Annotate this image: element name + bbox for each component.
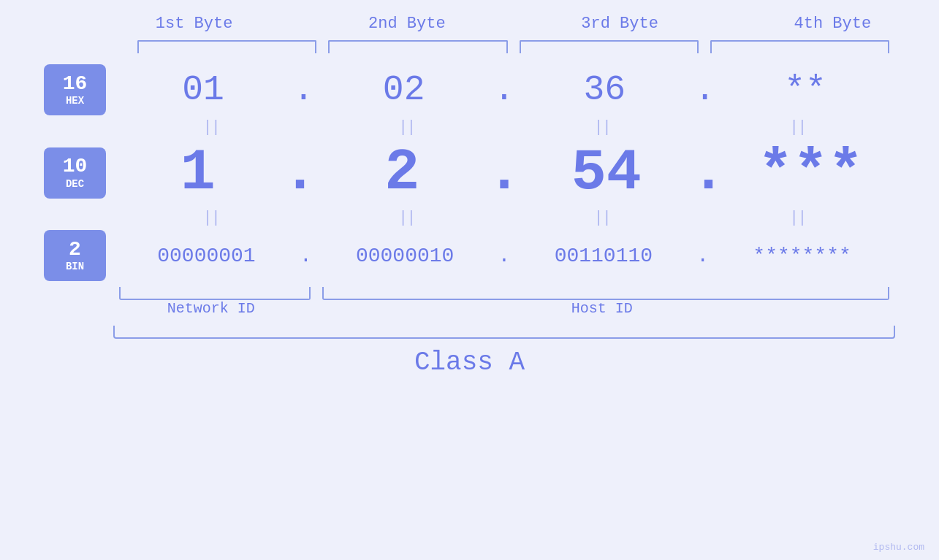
bin-base-label: BIN (66, 261, 84, 272)
class-bracket (113, 326, 895, 339)
hex-badge: 16 HEX (44, 64, 106, 115)
dec-byte2: 2 (318, 139, 487, 206)
bin-byte4: ******** (709, 245, 895, 267)
hex-byte2: 02 (314, 70, 494, 110)
byte1-header: 1st Byte (88, 15, 300, 33)
bin-values: 00000001 . 00000010 . 00110110 . *******… (113, 245, 895, 267)
byte3-header: 3rd Byte (514, 15, 726, 33)
bin-dot1: . (300, 245, 312, 267)
bracket-byte1 (137, 40, 316, 53)
equals-row-2: || || || || (113, 206, 895, 230)
eq-sign-2: || (398, 118, 414, 137)
bracket-byte4 (710, 40, 889, 53)
eq8: || (700, 209, 896, 227)
dec-base-label: DEC (66, 178, 84, 190)
hex-base-num: 16 (63, 73, 88, 96)
bin-dot3: . (696, 245, 709, 267)
dec-dot3: . (691, 139, 726, 206)
eq-sign-4: || (789, 118, 805, 137)
eq2: || (309, 118, 505, 137)
hex-dot1: . (293, 70, 314, 110)
hex-row: 16 HEX 01 . 02 . 36 . ** (44, 64, 895, 115)
dec-row: 10 DEC 1 . 2 . 54 . *** (44, 139, 895, 206)
dec-dot1: . (282, 139, 317, 206)
eq3: || (504, 118, 700, 137)
dec-values: 1 . 2 . 54 . *** (113, 139, 895, 206)
bin-dot2: . (498, 245, 511, 267)
dec-byte1: 1 (113, 139, 282, 206)
bin-byte1: 00000001 (113, 245, 300, 267)
class-label: Class A (44, 348, 895, 377)
hex-dot2: . (494, 70, 515, 110)
eq-sign-8: || (789, 209, 805, 227)
bottom-brackets (113, 287, 895, 300)
byte2-header: 2nd Byte (300, 15, 513, 33)
eq7: || (504, 209, 700, 227)
hex-dot3: . (694, 70, 715, 110)
hex-values: 01 . 02 . 36 . ** (113, 70, 895, 110)
bracket-byte2 (328, 40, 507, 53)
eq-sign-1: || (203, 118, 219, 137)
hex-byte3: 36 (514, 70, 694, 110)
network-id-label: Network ID (113, 300, 309, 317)
hex-byte4: ** (715, 70, 895, 110)
dec-badge: 10 DEC (44, 147, 106, 199)
eq5: || (113, 209, 309, 227)
bin-badge: 2 BIN (44, 230, 106, 281)
top-bracket-row (132, 40, 895, 53)
dec-base-num: 10 (63, 156, 88, 178)
bin-byte2: 00000010 (312, 245, 498, 267)
id-labels: Network ID Host ID (113, 300, 895, 317)
host-id-label: Host ID (309, 300, 896, 317)
bin-row: 2 BIN 00000001 . 00000010 . 00110110 . *… (44, 230, 895, 281)
eq-sign-5: || (203, 209, 219, 227)
bracket-byte3 (520, 40, 699, 53)
hex-base-label: HEX (66, 95, 84, 107)
dec-byte3: 54 (522, 139, 691, 206)
byte4-header: 4th Byte (726, 15, 939, 33)
watermark: ipshu.com (873, 542, 924, 553)
eq-sign-6: || (398, 209, 414, 227)
eq-sign-7: || (594, 209, 610, 227)
network-id-bracket (119, 287, 311, 300)
eq-sign-3: || (594, 118, 610, 137)
host-id-bracket (322, 287, 890, 300)
hex-byte1: 01 (113, 70, 293, 110)
eq1: || (113, 118, 309, 137)
byte-headers: 1st Byte 2nd Byte 3rd Byte 4th Byte (88, 15, 939, 33)
bin-base-num: 2 (69, 239, 81, 261)
main-container: 1st Byte 2nd Byte 3rd Byte 4th Byte 16 H… (0, 0, 939, 560)
dec-byte4: *** (726, 139, 895, 206)
eq6: || (309, 209, 505, 227)
bin-byte3: 00110110 (510, 245, 696, 267)
dec-dot2: . (487, 139, 522, 206)
equals-row-1: || || || || (113, 115, 895, 139)
eq4: || (700, 118, 896, 137)
